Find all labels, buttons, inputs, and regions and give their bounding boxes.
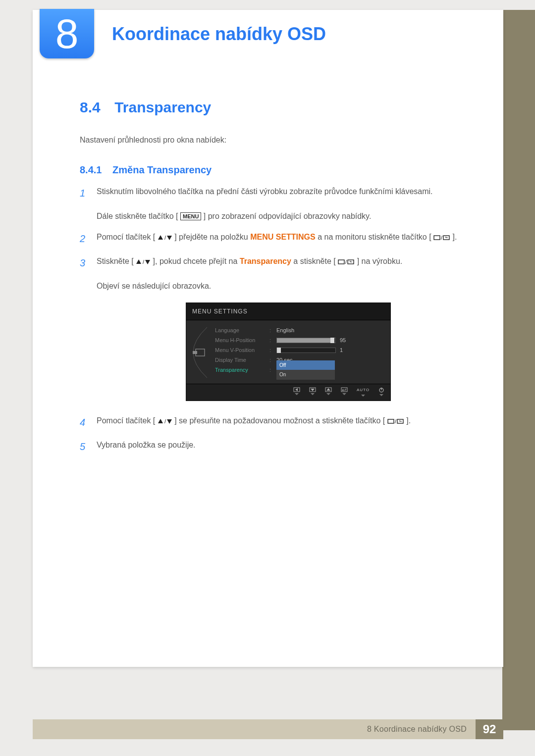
osd-footer: AUTO: [186, 384, 390, 400]
svg-marker-15: [295, 388, 298, 391]
svg-marker-21: [326, 388, 330, 391]
step-number: 4: [80, 415, 88, 430]
highlight-menu-settings: MENU SETTINGS: [250, 233, 316, 241]
osd-panel: MENU SETTINGS: [186, 302, 391, 401]
up-down-icon: /: [158, 418, 172, 424]
step-text: ] na výrobku.: [357, 257, 403, 265]
svg-marker-22: [326, 393, 330, 395]
section-number: 8.4: [80, 99, 101, 115]
step-text: a na monitoru stiskněte tlačítko [: [318, 233, 431, 241]
svg-marker-19: [311, 393, 315, 395]
osd-value: 1: [340, 346, 343, 354]
step-number: 1: [80, 186, 88, 222]
svg-rect-33: [388, 419, 394, 423]
page-number: 92: [476, 719, 503, 739]
step-text: ] se přesuňte na požadovanou možnost a s…: [174, 416, 385, 425]
enter-source-icon: /: [433, 235, 450, 241]
up-down-icon: /: [136, 259, 151, 265]
osd-nav-down-icon: [309, 387, 316, 396]
chapter-title: Koordinace nabídky OSD: [112, 24, 326, 45]
page-footer: 8 Koordinace nabídky OSD 92: [33, 719, 503, 739]
osd-nav-left-icon: [293, 387, 300, 396]
enter-source-icon: /: [387, 418, 404, 424]
osd-label: Transparency: [215, 366, 269, 374]
osd-nav-up-icon: [325, 387, 332, 396]
step-1: 1 Stisknutím libovolného tlačítka na pře…: [80, 186, 469, 222]
osd-label: Display Time: [215, 356, 269, 364]
step-text: ] přejděte na položku: [174, 233, 250, 241]
menu-key-icon: MENU: [180, 212, 201, 220]
svg-rect-23: [341, 388, 347, 392]
osd-slider: [276, 338, 336, 343]
step-text: Stisknutím libovolného tlačítka na předn…: [97, 187, 433, 196]
osd-value: English: [276, 326, 294, 335]
osd-side-icon: [189, 325, 210, 380]
osd-option-on: On: [276, 370, 335, 380]
step-4: 4 Pomocí tlačítek [ / ] se přesuňte na p…: [80, 415, 469, 430]
osd-label: Menu V-Position: [215, 346, 269, 354]
osd-nav-enter-icon: [341, 387, 348, 396]
step-text: Objeví se následující obrazovka.: [97, 282, 211, 290]
steps-list: 1 Stisknutím libovolného tlačítka na pře…: [80, 186, 469, 454]
step-text: ], pokud chcete přejít na: [153, 257, 240, 265]
svg-marker-26: [361, 395, 365, 397]
enter-source-icon: /: [338, 259, 355, 265]
step-number: 2: [80, 231, 88, 247]
step-text: ].: [453, 233, 457, 241]
osd-slider: [276, 348, 336, 353]
osd-row-h-position: Menu H-Position : 95: [215, 335, 384, 345]
highlight-transparency: Transparency: [240, 257, 291, 265]
svg-text:/: /: [395, 418, 397, 424]
svg-marker-30: [158, 419, 163, 423]
svg-text:/: /: [164, 418, 166, 424]
step-2: 2 Pomocí tlačítek [ / ] přejděte na polo…: [80, 231, 469, 247]
osd-row-language: Language : English: [215, 325, 384, 335]
right-margin-bar: [502, 10, 535, 730]
svg-text:/: /: [345, 259, 347, 265]
osd-row-v-position: Menu V-Position : 1: [215, 345, 384, 355]
svg-marker-32: [167, 419, 172, 424]
subsection-title: Změna Transparency: [112, 164, 212, 175]
step-text: Pomocí tlačítek [: [97, 233, 155, 241]
step-text: Stiskněte [: [97, 257, 134, 265]
step-5: 5 Vybraná položka se použije.: [80, 439, 469, 454]
section-title: Transparency: [114, 99, 211, 115]
svg-marker-16: [295, 393, 299, 395]
svg-marker-0: [158, 235, 163, 240]
step-number: 3: [80, 255, 88, 405]
svg-marker-29: [379, 394, 383, 396]
step-text: Vybraná položka se použije.: [97, 441, 196, 449]
section-heading: 8.4 Transparency: [80, 99, 469, 116]
osd-dropdown: Off On: [276, 360, 335, 380]
osd-option-off: Off: [276, 360, 335, 370]
page-sheet: 8 Koordinace nabídky OSD 8.4 Transparenc…: [33, 10, 503, 667]
step-3: 3 Stiskněte [ / ], pokud chcete přejít n…: [80, 255, 469, 405]
osd-value: 95: [340, 336, 346, 345]
section-intro: Nastavení průhlednosti pro okna nabídek:: [80, 136, 469, 145]
osd-label: Language: [215, 326, 269, 335]
osd-title: MENU SETTINGS: [186, 303, 390, 321]
step-number: 5: [80, 439, 88, 454]
svg-marker-2: [167, 236, 172, 240]
step-text: a stiskněte [: [293, 257, 335, 265]
osd-nav-power-icon: [378, 387, 384, 396]
svg-rect-9: [338, 260, 344, 264]
svg-rect-3: [434, 236, 440, 240]
step-text: ].: [406, 416, 411, 425]
step-text: ] pro zobrazení odpovídající obrazovky n…: [204, 212, 372, 220]
svg-marker-6: [136, 259, 141, 264]
step-text: Dále stiskněte tlačítko [: [97, 212, 178, 220]
chapter-number: 8: [55, 13, 79, 54]
osd-label: Menu H-Position: [215, 336, 269, 345]
osd-nav-auto: AUTO: [357, 387, 370, 396]
osd-row-transparency: Transparency : Off On: [215, 365, 384, 375]
svg-text:/: /: [441, 235, 443, 241]
svg-text:/: /: [164, 235, 166, 241]
subsection-number: 8.4.1: [80, 164, 102, 175]
svg-marker-24: [342, 389, 343, 391]
svg-marker-8: [145, 260, 150, 264]
svg-text:/: /: [143, 259, 145, 265]
svg-rect-13: [193, 351, 197, 354]
svg-marker-18: [311, 389, 315, 391]
footer-text: 8 Koordinace nabídky OSD: [367, 725, 467, 734]
